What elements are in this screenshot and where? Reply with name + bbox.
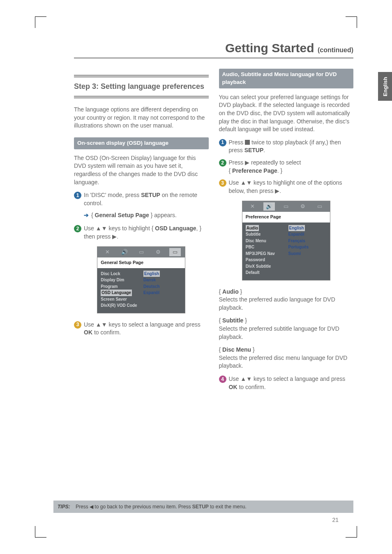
list-item: DivX(R) VOD Code xyxy=(101,302,141,309)
settings-icon: ⚙ xyxy=(152,248,164,256)
t: SETUP xyxy=(192,504,209,510)
step-2-text: Use ▲▼ keys to highlight { OSD Language,… xyxy=(84,225,209,241)
t: { xyxy=(229,167,233,174)
bullet-1-icon: 1 xyxy=(219,139,226,146)
list-item: English xyxy=(288,225,327,232)
bullet-3-icon: 3 xyxy=(219,179,226,187)
tools-icon: ✕ xyxy=(247,202,258,211)
intro-para: The language options are different depen… xyxy=(74,106,209,130)
menu-tab-row: ✕ 🔊 ▭ ⚙ ▭ xyxy=(97,247,185,257)
menu-title: General Setup Page xyxy=(97,257,185,268)
option-subtitle: { Subtitle } Selects the preferred subti… xyxy=(219,317,354,341)
language-tab: English xyxy=(378,72,392,101)
left-arrow-icon: ◀ xyxy=(90,504,93,510)
language-tab-text: English xyxy=(382,77,388,96)
settings-icon: ⚙ xyxy=(297,202,309,211)
stop-icon xyxy=(245,140,250,145)
list-item: Português xyxy=(288,244,327,250)
list-item: Deutsch xyxy=(143,283,182,290)
r-step-2: 2 Press ▶ repeatedly to select { Prefere… xyxy=(219,159,354,175)
t: to go back to the previous menu item. Pr… xyxy=(93,504,192,510)
t: { xyxy=(91,212,95,218)
t: OSD Language xyxy=(155,225,196,232)
t: Press xyxy=(76,504,90,510)
t: Audio xyxy=(222,288,239,295)
menu-title: Preference Page xyxy=(242,212,330,222)
menu-tab-row: ✕ 🔊 ▭ ⚙ ▭ xyxy=(242,201,330,212)
t: Use ▲▼ keys to select a language and pre… xyxy=(229,376,346,382)
highlighted-item: OSD Language xyxy=(101,290,132,296)
t: } appears. xyxy=(149,212,177,218)
list-item: Display Dim xyxy=(101,277,141,283)
display-icon: ▭ xyxy=(280,202,292,211)
t: Selects the preferred disc menu language… xyxy=(219,355,348,369)
speaker-icon: 🔊 xyxy=(119,248,130,256)
t: Press ▶ repeatedly to select xyxy=(229,159,301,166)
t: to confirm. xyxy=(238,384,266,390)
t: Press xyxy=(229,139,245,146)
bullet-4-icon: 4 xyxy=(219,376,226,383)
left-column: Step 3: Setting language preferences The… xyxy=(74,69,209,395)
list-item: Subtitle xyxy=(246,231,286,238)
r-step-1: 1 Press twice to stop playback (if any,)… xyxy=(219,139,354,155)
step-1: 1 In 'DISC' mode, press SETUP on the rem… xyxy=(74,191,209,207)
t: . xyxy=(263,147,265,153)
columns: Step 3: Setting language preferences The… xyxy=(74,69,353,395)
r-step-2-text: Press ▶ repeatedly to select { Preferenc… xyxy=(229,159,354,175)
r-step-4-text: Use ▲▼ keys to select a language and pre… xyxy=(229,375,354,391)
page-content: Getting Started (continued) Step 3: Sett… xyxy=(74,41,353,395)
list-item: English xyxy=(143,271,182,277)
page-title: Getting Started (continued) xyxy=(74,41,353,55)
option-audio: { Audio } Selects the preferred audio la… xyxy=(219,288,354,312)
page-number: 21 xyxy=(332,517,339,523)
list-item: Espanöl xyxy=(143,290,182,296)
menu-right-list: English Espanöl Français Português Suomi xyxy=(288,225,327,276)
menu-right-list: English Dansk Deutsch Espanöl xyxy=(143,271,182,309)
option-discmenu: { Disc Menu } Selects the preferred disc… xyxy=(219,346,354,370)
speaker-icon: 🔊 xyxy=(263,202,275,211)
page-icon: ▭ xyxy=(169,248,181,256)
step-2: 2 Use ▲▼ keys to highlight { OSD Languag… xyxy=(74,225,209,241)
t: Disc Menu xyxy=(222,346,251,353)
list-item: Password xyxy=(246,257,286,263)
t: Use ▲▼ keys to select a language and pre… xyxy=(84,321,201,328)
display-icon: ▭ xyxy=(136,248,147,256)
list-item: Program xyxy=(101,283,141,290)
right-intro: You can select your preferred language s… xyxy=(219,93,354,134)
list-item: DivX Subtitle xyxy=(246,263,286,270)
menu-left-list: Disc Lock Display Dim Program OSD Langua… xyxy=(101,271,141,309)
setup-label: SETUP xyxy=(141,192,160,198)
list-item: Audio xyxy=(246,225,286,232)
t: to exit the menu. xyxy=(209,504,247,510)
t: In 'DISC' mode, press xyxy=(84,192,141,198)
r-step-3-text: Use ▲▼ keys to highlight one of the opti… xyxy=(229,179,354,195)
list-item: Français xyxy=(288,238,327,244)
bullet-1-icon: 1 xyxy=(74,192,81,199)
list-item: PBC xyxy=(246,244,286,250)
subheading-audio: Audio, Subtitle and Menu language for DV… xyxy=(219,69,354,88)
crop-mark xyxy=(35,16,46,28)
highlighted-item: English xyxy=(143,271,160,277)
r-step-3: 3 Use ▲▼ keys to highlight one of the op… xyxy=(219,179,354,195)
subheading-osd: On-screen display (OSD) language xyxy=(74,137,209,149)
step-1-text: In 'DISC' mode, press SETUP on the remot… xyxy=(84,191,209,207)
list-item: Disc Lock xyxy=(101,271,141,277)
tips-label: TIPS: xyxy=(58,504,70,510)
step-3: 3 Use ▲▼ keys to select a language and p… xyxy=(74,321,209,337)
list-item: Disc Menu xyxy=(246,238,286,244)
highlighted-item: English xyxy=(288,225,305,232)
step-3-text: Use ▲▼ keys to select a language and pre… xyxy=(84,321,209,337)
t: SETUP xyxy=(244,147,264,153)
menu-left-list: Audio Subtitle Disc Menu PBC MP3/JPEG Na… xyxy=(246,225,286,276)
crop-mark xyxy=(346,16,357,28)
t: Selects the preferred audio language for… xyxy=(219,296,335,311)
list-item: Default xyxy=(246,269,286,276)
t: OK xyxy=(84,329,92,336)
list-item: Suomi xyxy=(288,250,327,257)
t: . } xyxy=(277,167,282,174)
right-column: Audio, Subtitle and Menu language for DV… xyxy=(219,69,354,395)
osd-para: The OSD (On-Screen Display) language for… xyxy=(74,154,209,186)
tips-bar: TIPS: Press ◀ to go back to the previous… xyxy=(53,501,353,513)
t: Selects the preferred subtitle language … xyxy=(219,325,339,340)
tools-icon: ✕ xyxy=(102,248,113,256)
